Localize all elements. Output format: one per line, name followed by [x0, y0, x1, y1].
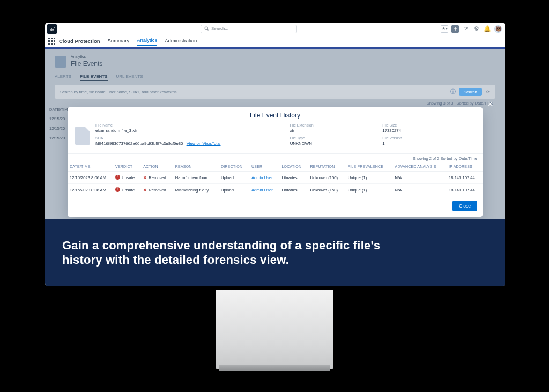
app-name: Cloud Protection: [59, 38, 100, 44]
monitor-screen: w/ Search... ★▾ ＋ ? ⚙ 🔔 🐻 Cloud Protecti…: [45, 23, 505, 286]
table-cell: Unknown (150): [308, 172, 345, 184]
page-title-small: Analytics: [71, 55, 102, 58]
file-event-history-modal: File Event History File Name eicar-rando…: [68, 107, 483, 217]
table-header: DATE/TIME: [68, 162, 113, 172]
table-cell: 12/15/2023 8:06 AM: [68, 172, 113, 184]
value-sha: fd9416f9836737662a66ba9c93bf97c3e8cf6e80: [95, 141, 183, 146]
table-cell: Mismatching file ty...: [173, 184, 219, 196]
value-file-extension: xir: [290, 128, 383, 133]
file-icon: [75, 127, 90, 145]
promo-banner: Gain a comprehensive understanding of a …: [45, 219, 505, 286]
close-icon[interactable]: ×: [487, 99, 493, 110]
label-sha: SHA: [95, 136, 290, 140]
tab-administration[interactable]: Administration: [165, 38, 197, 45]
event-history-table: DATE/TIMEVERDICTACTIONREASONDIRECTIONUSE…: [68, 162, 483, 196]
results-label: Showing 3 of 3 · Sorted by Date/Time: [427, 101, 493, 106]
bg-row-date: 12/15/20: [49, 116, 65, 121]
label-file-name: File Name: [95, 123, 290, 127]
label-file-version: File Version: [382, 136, 475, 140]
table-cell: Unknown (150): [308, 184, 345, 196]
subtab-file-events[interactable]: FILE EVENTS: [80, 74, 108, 81]
label-file-size: File Size: [382, 123, 475, 127]
value-file-version: 1: [382, 141, 475, 146]
table-header: LOCATION: [279, 162, 308, 172]
close-button[interactable]: Close: [452, 201, 477, 211]
table-header: ADVANCED ANALYSIS: [393, 162, 447, 172]
table-cell: Unique (1): [346, 172, 393, 184]
page-title: File Events: [71, 60, 102, 68]
monitor-stand-base: [219, 365, 330, 371]
table-cell: Admin User: [249, 184, 279, 196]
table-cell: Libraries: [279, 184, 308, 196]
table-header: IP ADDRESS: [447, 162, 483, 172]
refresh-icon[interactable]: ⟳: [486, 90, 490, 94]
subtab-alerts[interactable]: ALERTS: [55, 74, 71, 81]
table-header: REPUTATION: [308, 162, 345, 172]
table-header: FILE PREVALENCE: [346, 162, 393, 172]
bell-icon[interactable]: 🔔: [484, 25, 491, 33]
table-cell: Upload: [219, 172, 249, 184]
label-file-extension: File Extension: [290, 123, 383, 127]
modal-results-counter: Showing 2 of 2 Sorted by Date/Time: [68, 154, 483, 162]
table-cell: Unsafe: [113, 184, 141, 196]
table-cell: 18.141.107.44: [447, 172, 483, 184]
table-header: ACTION: [141, 162, 173, 172]
brand-logo: w/: [47, 24, 57, 34]
tab-analytics[interactable]: Analytics: [137, 37, 157, 46]
svg-point-0: [205, 27, 207, 29]
tab-summary[interactable]: Summary: [108, 38, 130, 45]
link-virustotal[interactable]: View on VirusTotal: [187, 141, 221, 146]
global-search-input[interactable]: Search...: [201, 25, 297, 33]
promo-text: Gain a comprehensive understanding of a …: [62, 238, 405, 268]
info-icon[interactable]: ⓘ: [450, 88, 456, 95]
gear-icon[interactable]: ⚙: [473, 25, 480, 33]
table-header: DIRECTION: [219, 162, 249, 172]
monitor-stand: [216, 290, 333, 369]
table-header: USER: [249, 162, 279, 172]
subtabs: ALERTS FILE EVENTS URL EVENTS: [55, 74, 143, 81]
star-icon[interactable]: ★▾: [441, 25, 448, 33]
table-cell: N/A: [393, 184, 447, 196]
table-cell: Unique (1): [346, 184, 393, 196]
table-cell: Upload: [219, 184, 249, 196]
filter-bar: Search by time, file name, user name, SH…: [55, 85, 495, 99]
svg-line-1: [207, 29, 209, 31]
subtab-url-events[interactable]: URL EVENTS: [116, 74, 143, 81]
search-placeholder: Search...: [211, 26, 228, 31]
bg-row-date: 12/15/20: [49, 136, 65, 140]
avatar[interactable]: 🐻: [494, 25, 502, 33]
label-file-type: File Type: [290, 136, 383, 140]
value-file-name: eicar-random-file_3.xir: [95, 128, 290, 133]
table-cell: Harmful item foun...: [173, 172, 219, 184]
table-cell: ✕Removed: [141, 172, 173, 184]
table-row[interactable]: 12/15/2023 8:06 AMUnsafe✕RemovedMismatch…: [68, 184, 483, 196]
table-cell: N/A: [393, 172, 447, 184]
app-launcher-icon[interactable]: [48, 38, 56, 45]
help-icon[interactable]: ?: [462, 25, 470, 33]
table-cell: Libraries: [279, 172, 308, 184]
table-cell: Admin User: [249, 172, 279, 184]
value-file-size: 17330274: [382, 128, 475, 133]
value-file-type: UNKNOWN: [290, 141, 383, 146]
top-bar: w/ Search... ★▾ ＋ ? ⚙ 🔔 🐻: [45, 23, 505, 35]
filter-placeholder: Search by time, file name, user name, SH…: [60, 90, 177, 94]
table-cell: Unsafe: [113, 172, 141, 184]
table-row[interactable]: 12/15/2023 8:06 AMUnsafe✕RemovedHarmful …: [68, 172, 483, 184]
table-cell: 18.141.107.44: [447, 184, 483, 196]
nav-row: Cloud Protection Summary Analytics Admin…: [45, 35, 505, 47]
page-header: Analytics File Events: [55, 55, 102, 68]
table-header: REASON: [173, 162, 219, 172]
plus-icon[interactable]: ＋: [451, 25, 459, 33]
page-icon: [55, 56, 66, 68]
table-cell: 12/15/2023 8:06 AM: [68, 184, 113, 196]
bg-row-date: 12/15/20: [49, 126, 65, 131]
modal-title: File Event History: [68, 107, 483, 121]
table-header: VERDICT: [113, 162, 141, 172]
table-cell: ✕Removed: [141, 184, 173, 196]
filter-search-button[interactable]: Search: [459, 88, 482, 96]
